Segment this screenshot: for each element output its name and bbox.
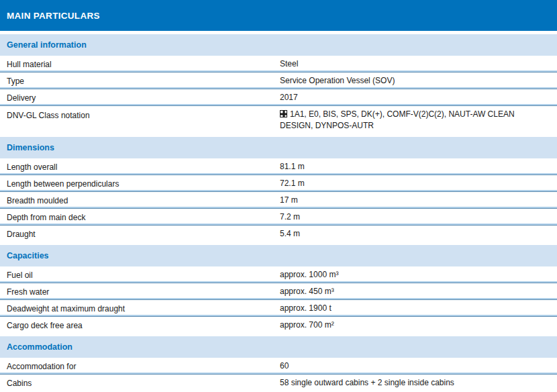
row-label: Hull material (0, 60, 280, 69)
table-row: Cargo deck free area approx. 700 m² (0, 317, 557, 334)
section-capacities: Capacities Fuel oil approx. 1000 m³ Fres… (0, 245, 557, 334)
row-label: Length overall (0, 162, 280, 172)
table-row: Fuel oil approx. 1000 m³ (0, 266, 557, 283)
section-header-accommodation: Accommodation (0, 336, 557, 358)
section-dimensions: Dimensions Length overall 81.1 m Length … (0, 137, 557, 242)
maltese-cross-icon (280, 110, 287, 117)
row-value: Service Operation Vessel (SOV) (280, 75, 557, 87)
table-title: MAIN PARTICULARS (7, 11, 100, 21)
row-value: 2017 (280, 92, 557, 103)
table-row: DNV-GL Class notation 1A1, E0, BIS, SPS,… (0, 106, 557, 134)
section-general-information: General information Hull material Steel … (0, 34, 557, 134)
row-label: Depth from main deck (0, 213, 280, 222)
row-value: 72.1 m (280, 178, 557, 189)
table-row: Breadth moulded 17 m (0, 192, 557, 209)
section-title: Dimensions (7, 143, 54, 152)
row-label: Deadweight at maximum draught (0, 304, 280, 313)
row-label: Cabins (0, 379, 280, 388)
row-value: 1A1, E0, BIS, SPS, DK(+), COMF-V(2)C(2),… (280, 109, 557, 132)
row-label: Fuel oil (0, 271, 280, 280)
row-value: 60 (280, 360, 557, 372)
main-particulars-table: MAIN PARTICULARS General information Hul… (0, 0, 557, 392)
row-value: Steel (280, 58, 557, 70)
section-header-general-information: General information (0, 34, 557, 56)
row-label: Draught (0, 230, 280, 239)
row-value: approx. 1000 m³ (280, 269, 557, 281)
section-header-dimensions: Dimensions (0, 137, 557, 158)
table-row: Fresh water approx. 450 m³ (0, 283, 557, 300)
section-title: Capacities (7, 251, 49, 260)
section-title: General information (7, 40, 87, 50)
table-row: Depth from main deck 7.2 m (0, 209, 557, 226)
row-value: 81.1 m (280, 161, 557, 173)
row-label: Fresh water (0, 287, 280, 297)
table-row: Cabins 58 single outward cabins + 2 sing… (0, 375, 557, 391)
table-title-bar: MAIN PARTICULARS (0, 0, 557, 31)
table-row: Draught 5.4 m (0, 226, 557, 242)
row-value: 58 single outward cabins + 2 single insi… (280, 377, 557, 389)
row-value: approx. 450 m³ (280, 286, 557, 297)
table-row: Delivery 2017 (0, 89, 557, 106)
table-row: Deadweight at maximum draught approx. 19… (0, 300, 557, 317)
row-value: 7.2 m (280, 211, 557, 223)
table-row: Length overall 81.1 m (0, 158, 557, 175)
table-row: Length between perpendiculars 72.1 m (0, 175, 557, 192)
row-value: 17 m (280, 195, 557, 206)
row-label: Type (0, 77, 280, 86)
row-value: approx. 700 m² (280, 320, 557, 331)
row-value: 5.4 m (280, 228, 557, 240)
table-row: Accommodation for 60 (0, 358, 557, 375)
row-label: DNV-GL Class notation (0, 109, 280, 120)
row-label: Length between perpendiculars (0, 179, 280, 189)
row-label: Accommodation for (0, 362, 280, 371)
table-row: Type Service Operation Vessel (SOV) (0, 72, 557, 89)
dnv-class-notation-text: 1A1, E0, BIS, SPS, DK(+), COMF-V(2)C(2),… (280, 109, 515, 130)
row-label: Cargo deck free area (0, 321, 280, 330)
table-row: Hull material Steel (0, 56, 557, 72)
section-header-capacities: Capacities (0, 245, 557, 266)
section-accommodation: Accommodation Accommodation for 60 Cabin… (0, 336, 557, 391)
row-label: Breadth moulded (0, 196, 280, 205)
row-label: Delivery (0, 93, 280, 103)
row-value: approx. 1900 t (280, 303, 557, 314)
section-title: Accommodation (7, 342, 72, 352)
